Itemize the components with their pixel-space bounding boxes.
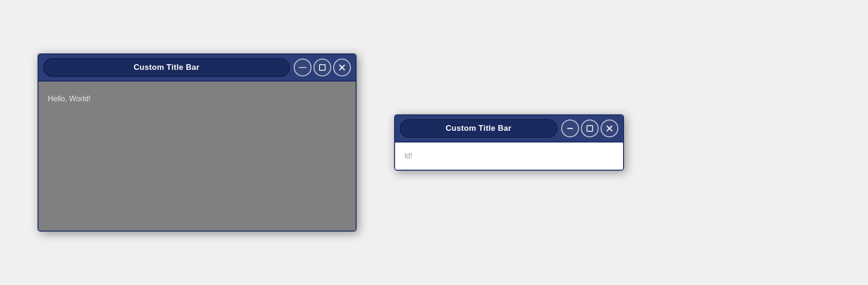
window-content-2: ld!: [395, 142, 623, 170]
minimize-button-1[interactable]: —: [294, 59, 312, 76]
title-label-2: Custom Title Bar: [400, 119, 557, 138]
maximize-button-2[interactable]: [581, 120, 599, 137]
content-text-1: Hello, World!: [48, 95, 346, 103]
title-bar-1: Custom Title Bar —: [38, 54, 356, 82]
minimize-button-2[interactable]: [561, 120, 579, 137]
content-text-2: ld!: [404, 152, 614, 160]
svg-rect-4: [587, 126, 593, 131]
close-button-1[interactable]: [333, 59, 351, 76]
close-button-2[interactable]: [601, 120, 618, 137]
window-content-1: Hello, World!: [38, 82, 356, 231]
title-bar-2: Custom Title Bar: [395, 115, 623, 142]
window-1: Custom Title Bar — Hello, World!: [38, 53, 357, 232]
window-controls-1: —: [294, 59, 351, 76]
svg-rect-0: [320, 65, 325, 70]
title-label-1: Custom Title Bar: [43, 58, 290, 77]
window-2: Custom Title Bar ld!: [394, 114, 624, 171]
maximize-button-1[interactable]: [313, 59, 331, 76]
window-controls-2: [561, 120, 618, 137]
